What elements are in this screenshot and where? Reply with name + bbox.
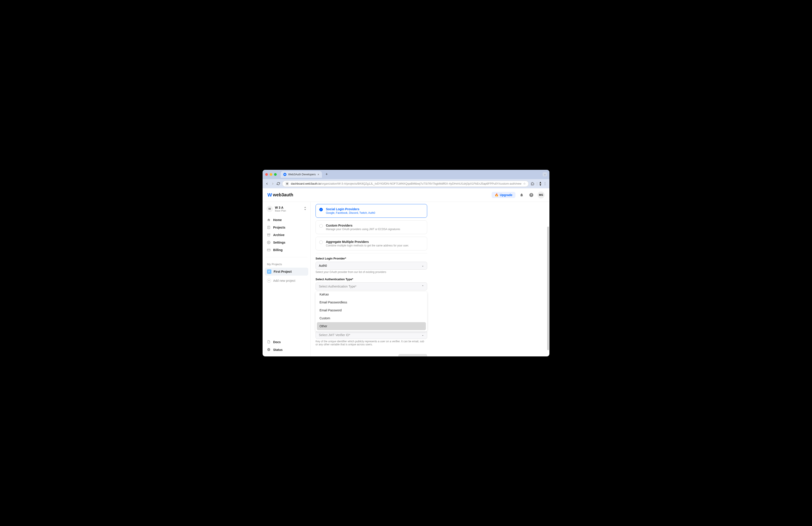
notifications-icon[interactable] [518, 191, 525, 199]
tab-title: Web3Auth Developers [288, 173, 316, 176]
app-logo[interactable]: W web3auth [267, 192, 293, 198]
org-switcher[interactable]: W W 3 A Base Plan [265, 204, 308, 213]
close-tab-icon[interactable]: × [318, 173, 319, 176]
url-bar[interactable]: ⊞ dashboard.web3auth.io/organization/W-3… [282, 181, 529, 187]
page-scrollbar[interactable] [547, 202, 549, 356]
window-maximize-button[interactable] [274, 173, 277, 176]
authtype-dropdown: KaKaoEmail PasswordlessEmail PasswordCus… [316, 292, 427, 331]
option-title: Aggregate Multiple Providers [326, 240, 409, 244]
tabs-overflow-icon[interactable]: ⌄ [542, 172, 547, 176]
option-title: Custom Providers [326, 224, 400, 227]
titlebar: W Web3Auth Developers × + ⌄ [263, 170, 549, 179]
traffic-lights [265, 173, 277, 176]
nav-projects-label: Projects [273, 226, 285, 229]
nav-archive[interactable]: Archive [265, 231, 308, 239]
radio-icon [319, 224, 323, 228]
footer-docs-label: Docs [273, 340, 281, 344]
window-close-button[interactable] [265, 173, 268, 176]
bookmark-icon[interactable]: ☆ [523, 182, 526, 185]
org-name: W 3 A [275, 206, 302, 209]
option-custom-providers[interactable]: Custom Providers Manage your OAuth provi… [316, 221, 427, 234]
option-aggregate[interactable]: Aggregate Multiple Providers Combine mul… [316, 237, 427, 251]
nav-archive-label: Archive [273, 233, 285, 237]
option-social-login[interactable]: Social Login Providers Google, Facebook,… [316, 204, 427, 218]
footer-docs[interactable]: Docs [265, 338, 308, 346]
org-avatar: W [266, 206, 273, 212]
browser-menu-icon[interactable]: ⋮ [543, 182, 547, 186]
help-icon: ? [530, 193, 533, 197]
form-column: Social Login Providers Google, Facebook,… [316, 204, 427, 356]
billing-icon [267, 248, 271, 252]
authtype-placeholder: Select Authentication Type* [319, 285, 356, 288]
dropdown-item[interactable]: KaKao [317, 293, 426, 298]
svg-point-2 [268, 242, 269, 243]
radio-icon [319, 208, 323, 211]
nav-settings[interactable]: Settings [265, 239, 308, 246]
sidebar-project-active[interactable]: F First Project [265, 268, 308, 275]
chevron-down-icon: ⌄ [422, 264, 424, 267]
back-button[interactable] [265, 182, 269, 186]
submit-row: Create Verifier [316, 354, 427, 356]
project-badge: F [267, 269, 271, 274]
window-minimize-button[interactable] [270, 173, 272, 176]
provider-value: Auth0 [319, 264, 327, 267]
new-tab-button[interactable]: + [325, 172, 328, 177]
plus-icon: + [267, 279, 271, 283]
sidebar-footer: Docs Status [265, 334, 308, 354]
upgrade-button[interactable]: 🔥 Upgrade [492, 192, 516, 198]
dropdown-item[interactable]: Custom [317, 314, 426, 322]
option-title: Social Login Providers [326, 207, 375, 211]
my-projects-label: My Projects [265, 262, 308, 268]
chevron-updown-icon [304, 207, 306, 211]
projects-icon [267, 226, 271, 229]
url-text: dashboard.web3auth.io/organization/W-3-A… [291, 182, 521, 185]
reload-button[interactable] [277, 182, 280, 186]
browser-profile-icon[interactable]: ● [540, 182, 541, 186]
nav-list: Home Projects Archive Settings Billing [265, 216, 308, 254]
option-body: Social Login Providers Google, Facebook,… [326, 207, 375, 214]
option-sub: Manage your OAuth providers using JWT or… [326, 228, 400, 231]
provider-label: Select Login Provider* [316, 257, 427, 260]
provider-select[interactable]: Auth0 ⌄ [316, 262, 427, 270]
dropdown-item[interactable]: Email Password [317, 306, 426, 314]
app-header: W web3auth 🔥 Upgrade ? MS [263, 188, 549, 202]
status-icon [267, 348, 271, 352]
nav-billing-label: Billing [273, 248, 282, 252]
dropdown-item[interactable]: Email Passwordless [317, 298, 426, 306]
browser-chrome: W Web3Auth Developers × + ⌄ ⊞ dashboard.… [263, 170, 549, 188]
option-sub: Combine multiple login methods to get th… [326, 244, 409, 247]
scrollbar-thumb[interactable] [547, 227, 549, 350]
radio-icon [319, 241, 323, 244]
verifier-select[interactable]: Select JWT Verifier ID* ⌄ [316, 331, 427, 339]
option-body: Aggregate Multiple Providers Combine mul… [326, 240, 409, 247]
footer-status[interactable]: Status [265, 346, 308, 354]
add-project-button[interactable]: + Add new project [265, 277, 308, 284]
nav-projects[interactable]: Projects [265, 224, 308, 231]
dropdown-item[interactable]: Other [317, 322, 426, 330]
user-avatar[interactable]: MS [537, 191, 545, 199]
help-button[interactable]: ? [528, 191, 535, 199]
logo-icon: W [267, 192, 272, 198]
footer-status-label: Status [273, 348, 282, 352]
forward-button[interactable] [271, 182, 275, 186]
option-sub: Google, Facebook, Discord, Twitch, Auth0 [326, 211, 375, 214]
flame-icon: 🔥 [495, 193, 498, 197]
chevron-up-icon: ⌃ [422, 285, 424, 288]
create-verifier-button[interactable]: Create Verifier [398, 354, 427, 356]
nav-billing[interactable]: Billing [265, 246, 308, 254]
option-body: Custom Providers Manage your OAuth provi… [326, 224, 400, 231]
chevron-down-icon: ⌄ [422, 333, 424, 337]
browser-window: W Web3Auth Developers × + ⌄ ⊞ dashboard.… [263, 170, 549, 356]
svg-rect-1 [267, 233, 270, 234]
browser-toolbar: ⊞ dashboard.web3auth.io/organization/W-3… [263, 179, 549, 188]
provider-helper: Select your OAuth provider from our list… [316, 270, 427, 274]
site-info-icon[interactable]: ⊞ [285, 182, 289, 186]
verifier-placeholder: Select JWT Verifier ID* [319, 333, 350, 337]
browser-tab[interactable]: W Web3Auth Developers × [281, 171, 322, 178]
logo-text: web3auth [273, 192, 293, 197]
nav-home[interactable]: Home [265, 216, 308, 224]
authtype-select[interactable]: Select Authentication Type* ⌃ KaKaoEmail… [316, 282, 427, 290]
svg-rect-3 [267, 249, 270, 251]
extensions-icon[interactable] [531, 182, 534, 186]
tab-favicon-icon: W [283, 173, 286, 176]
